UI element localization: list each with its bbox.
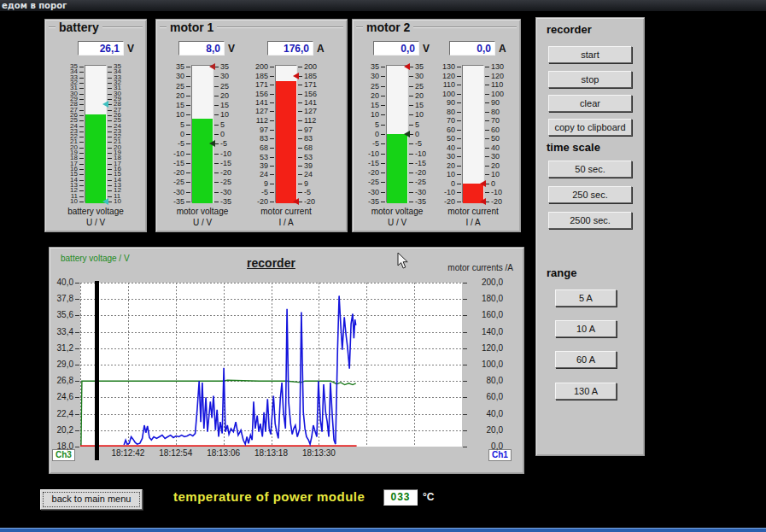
left-axis-tick-label: 33,4: [50, 328, 73, 336]
tick-label: 70: [491, 117, 514, 124]
temperature-unit: °C: [423, 491, 434, 503]
tick-mark: [270, 148, 274, 149]
right-axis-tick: [463, 447, 467, 447]
tick-label: 30: [432, 153, 455, 160]
left-axis-tick-label: 22,4: [50, 410, 73, 418]
range-5-a-button[interactable]: 5 A: [555, 289, 617, 307]
right-axis-tick: [463, 414, 467, 415]
tick-mark: [214, 134, 219, 135]
tick-label: 35: [161, 63, 184, 70]
tick-mark: [298, 94, 302, 95]
right-axis-tick-label: 160,0: [471, 311, 503, 319]
right-axis-tick: [463, 283, 467, 284]
tick-mark: [108, 99, 112, 100]
time-scale-2500-sec-button[interactable]: 2500 sec.: [548, 212, 632, 229]
tick-mark: [298, 138, 302, 139]
tick-mark: [214, 76, 219, 77]
left-axis-tick: [75, 365, 79, 365]
tick-label: 5: [356, 121, 379, 128]
tick-mark: [485, 130, 489, 131]
back-to-main-menu-button[interactable]: back to main menu: [40, 489, 143, 510]
tick-label: 30: [491, 153, 514, 160]
tick-mark: [186, 67, 190, 67]
tick-mark: [108, 126, 112, 127]
tick-mark: [270, 120, 274, 121]
window-title: едом в порог: [2, 1, 67, 10]
range-10-a-button[interactable]: 10 A: [555, 320, 617, 337]
tick-mark: [409, 105, 413, 106]
chart-time-cursor[interactable]: [95, 281, 99, 460]
tick-mark: [214, 172, 219, 173]
tick-label: 141: [304, 99, 327, 106]
tick-label: 35: [356, 63, 379, 70]
left-axis-tick: [75, 430, 79, 431]
tick-mark: [79, 104, 84, 105]
tick-mark: [79, 110, 84, 111]
motor2-voltage-gauge: 3535303025252020151510105500-5-5-10-10-1…: [356, 65, 438, 231]
tick-mark: [79, 153, 84, 154]
tick-label: 70: [432, 117, 455, 124]
copy-to-clipboard-button[interactable]: copy to clipboard: [548, 119, 632, 136]
tick-label: -35: [220, 198, 243, 205]
tick-mark: [108, 174, 112, 175]
tick-mark: [214, 86, 219, 87]
left-axis-tick-label: 29,0: [50, 360, 73, 369]
motor2-current-caption: motor current: [425, 207, 521, 216]
tick-mark: [79, 132, 84, 132]
tick-mark: [298, 184, 302, 184]
tick-label: 156: [245, 91, 268, 97]
tick-label: 24: [304, 171, 327, 178]
motor2-current-unit: A: [499, 43, 506, 55]
tick-mark: [108, 153, 112, 154]
stop-button[interactable]: stop: [548, 71, 632, 88]
tick-label: -35: [356, 198, 379, 205]
right-axis-tick-label: 0,0: [471, 442, 503, 451]
tick-mark: [381, 105, 385, 106]
tick-mark: [457, 67, 461, 67]
left-axis-tick: [75, 414, 79, 415]
motor1-voltage-fill: [192, 119, 213, 203]
tick-mark: [485, 102, 489, 103]
tick-label: 112: [245, 117, 268, 124]
battery-voltage-readout: 26,1: [78, 41, 124, 56]
tick-mark: [457, 76, 461, 77]
tick-mark: [214, 182, 219, 183]
left-axis-tick-label: 18,0: [50, 442, 73, 451]
window-titlebar[interactable]: едом в порог: [0, 0, 766, 11]
tick-label: 200: [245, 63, 268, 70]
tick-label: -15: [220, 160, 243, 167]
tick-mark: [270, 130, 274, 131]
tick-mark: [298, 157, 302, 158]
tick-label: 110: [432, 81, 455, 88]
tick-label: 120: [491, 73, 514, 79]
tick-mark: [108, 72, 112, 73]
tick-label: 127: [245, 108, 268, 114]
tick-label: 39: [245, 162, 268, 169]
range-130-a-button[interactable]: 130 A: [555, 383, 617, 400]
motor2-current-subcaption: I / A: [425, 218, 521, 227]
tick-mark: [186, 134, 190, 135]
tick-mark: [270, 192, 274, 193]
right-axis-tick-label: 120,0: [471, 344, 503, 353]
chart-plot-area[interactable]: [80, 283, 462, 447]
tick-label: -10: [356, 150, 379, 157]
time-scale-250-sec-button[interactable]: 250 sec.: [548, 186, 632, 203]
gauge-marker-icon: [404, 131, 410, 137]
time-scale-50-sec-button[interactable]: 50 sec.: [548, 161, 632, 178]
left-axis-tick: [75, 447, 79, 447]
right-axis-tick-label: 20,0: [471, 426, 503, 435]
tick-mark: [108, 190, 112, 191]
tick-label: 10: [220, 111, 243, 118]
tick-label: 30: [356, 73, 379, 79]
tick-mark: [457, 94, 461, 95]
start-button[interactable]: start: [548, 46, 632, 63]
tick-mark: [457, 120, 461, 121]
tick-label: 83: [304, 135, 327, 142]
tick-mark: [214, 114, 219, 115]
clear-button[interactable]: clear: [548, 95, 632, 112]
tick-mark: [186, 182, 190, 183]
range-60-a-button[interactable]: 60 A: [555, 351, 617, 368]
tick-mark: [485, 148, 489, 149]
tick-mark: [457, 148, 461, 149]
tick-label: 156: [304, 91, 327, 97]
